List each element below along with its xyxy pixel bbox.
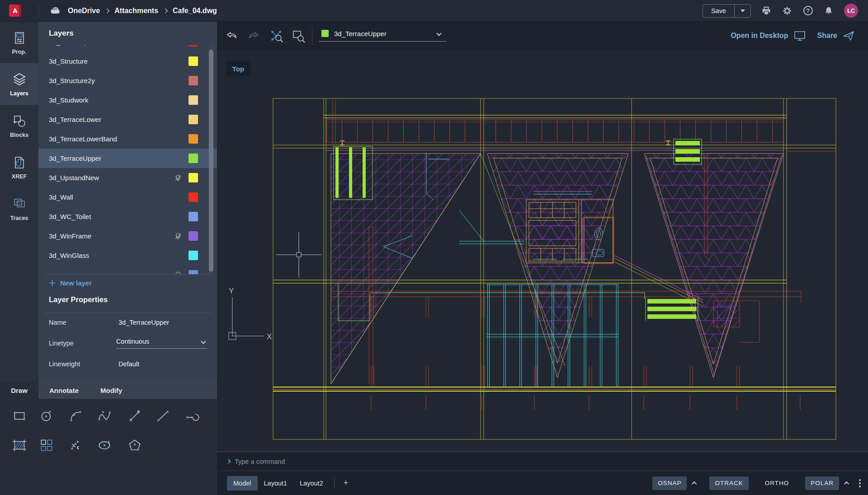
share-button[interactable]: Share: [817, 30, 854, 41]
circle-tool-button[interactable]: [38, 407, 55, 425]
layer-off-bulb-icon[interactable]: [174, 232, 182, 240]
layer-row-clipped[interactable]: [38, 265, 217, 274]
add-layout-button[interactable]: +: [339, 478, 353, 488]
layer-color-swatch[interactable]: [189, 154, 198, 163]
top-bar-actions: Save ?: [703, 4, 868, 18]
view-cube-top-button[interactable]: Top: [226, 61, 250, 76]
undo-button[interactable]: [224, 28, 240, 43]
layer-row[interactable]: 3d_Studwork: [38, 90, 217, 110]
more-options-icon[interactable]: [859, 479, 861, 487]
hatch-tool-button[interactable]: [11, 437, 28, 454]
layer-row-clipped[interactable]: 3d_StairStrip: [38, 45, 217, 51]
otrack-toggle[interactable]: OTRACK: [709, 476, 748, 490]
measure-tool-icon: [126, 407, 143, 425]
sidebar-item-traces[interactable]: Traces: [0, 188, 38, 229]
sidebar-item-xref[interactable]: XREF: [0, 146, 38, 188]
divider: [312, 27, 312, 45]
tab-annotate[interactable]: Annotate: [38, 382, 90, 399]
breadcrumb-chevron-icon: [163, 8, 168, 13]
layer-color-swatch[interactable]: [189, 56, 198, 66]
bell-icon: [824, 6, 834, 16]
sidebar-item-properties[interactable]: Prop.: [0, 22, 38, 63]
help-icon: ?: [803, 6, 813, 15]
osnap-toggle[interactable]: OSNAP: [652, 476, 687, 490]
layer-color-swatch[interactable]: [189, 45, 198, 47]
save-button[interactable]: Save: [703, 5, 734, 17]
multiple-points-tool-button[interactable]: [67, 437, 85, 454]
scrollbar-thumb[interactable]: [209, 50, 213, 272]
layer-color-swatch[interactable]: [189, 134, 198, 144]
property-row-lineweight: Lineweight Default: [49, 360, 207, 368]
ucs-icon: [229, 297, 264, 340]
ellipse-tool-button[interactable]: [96, 437, 113, 454]
polar-toggle[interactable]: POLAR: [805, 476, 839, 490]
layer-color-swatch[interactable]: [189, 95, 198, 105]
ortho-toggle[interactable]: ORTHO: [760, 476, 795, 490]
drawing-viewport[interactable]: Y X: [217, 50, 868, 452]
layer-color-swatch[interactable]: [189, 212, 198, 221]
linetype-select[interactable]: Continuous: [116, 338, 207, 349]
insert-block-tool-button[interactable]: [38, 437, 55, 454]
spline-tool-button[interactable]: [96, 407, 113, 425]
arc-tool-button[interactable]: [67, 407, 85, 425]
command-placeholder: Type a command: [235, 458, 285, 465]
notifications-button[interactable]: [823, 5, 834, 16]
layer-row[interactable]: 3d_WinFrame: [38, 226, 217, 246]
open-in-desktop-button[interactable]: Open in Desktop: [731, 31, 805, 41]
command-line[interactable]: Type a command: [217, 452, 868, 471]
tab-draw[interactable]: Draw: [0, 382, 38, 399]
layer-row-selected[interactable]: 3d_TerraceUpper: [38, 149, 217, 168]
tab-model[interactable]: Model: [227, 476, 258, 490]
layer-row[interactable]: 3d_Structure: [38, 51, 217, 71]
save-options-button[interactable]: [734, 5, 750, 17]
polar-flyout-icon[interactable]: [844, 481, 849, 486]
layer-color-swatch[interactable]: [189, 192, 198, 202]
tab-modify[interactable]: Modify: [90, 382, 133, 399]
polygon-tool-button[interactable]: [126, 437, 143, 454]
zoom-window-icon: [291, 28, 305, 43]
layer-row[interactable]: 3d_Structure2y: [38, 71, 217, 90]
print-button[interactable]: [761, 5, 772, 16]
line-tool-button[interactable]: [155, 407, 172, 425]
measure-tool-button[interactable]: [126, 407, 143, 425]
rectangle-tool-button[interactable]: [11, 407, 28, 425]
layer-row[interactable]: 3d_TerraceLower: [38, 110, 217, 129]
layer-color-swatch[interactable]: [189, 251, 198, 260]
arc-continue-tool-button[interactable]: [184, 407, 201, 425]
zoom-extents-icon: [269, 28, 283, 43]
tab-layout1[interactable]: Layout1: [258, 476, 294, 490]
layer-off-bulb-icon[interactable]: [174, 174, 182, 182]
layer-row[interactable]: 3d_UpstandNew: [38, 168, 217, 187]
layer-color-swatch[interactable]: [189, 231, 198, 241]
help-button[interactable]: ?: [802, 5, 813, 16]
settings-button[interactable]: [782, 5, 793, 16]
layer-row[interactable]: 3d_Wall: [38, 187, 217, 207]
redo-button[interactable]: [246, 28, 261, 43]
lineweight-value[interactable]: Default: [118, 360, 139, 368]
zoom-window-button[interactable]: [290, 28, 306, 43]
sidebar-item-layers[interactable]: Layers: [0, 63, 38, 105]
current-layer-dropdown[interactable]: 3d_TerraceUpper: [319, 30, 446, 42]
draw-tools-panel: Draw Annotate Modify: [0, 382, 217, 495]
sidebar-item-blocks[interactable]: Blocks: [0, 105, 38, 146]
tab-layout2[interactable]: Layout2: [293, 476, 330, 490]
layer-color-swatch[interactable]: [189, 173, 198, 182]
circle-tool-icon: [38, 407, 55, 425]
breadcrumb-folder[interactable]: Attachments: [114, 7, 158, 15]
layer-color-swatch[interactable]: [189, 115, 198, 124]
autocad-logo[interactable]: A: [9, 5, 21, 17]
hatch-tool-icon: [11, 437, 28, 454]
layer-color-swatch[interactable]: [189, 270, 198, 274]
breadcrumb-drive[interactable]: OneDrive: [68, 7, 100, 15]
layer-off-bulb-icon[interactable]: [174, 271, 182, 275]
new-layer-button[interactable]: New layer: [49, 279, 92, 287]
layer-row[interactable]: 3d_WinGlass: [38, 246, 217, 265]
layer-color-swatch[interactable]: [189, 76, 198, 85]
layer-row[interactable]: 3d_WC_Toilet: [38, 207, 217, 226]
user-avatar[interactable]: LC: [844, 4, 858, 18]
osnap-flyout-icon[interactable]: [692, 481, 697, 486]
layer-row[interactable]: 3d_TerraceLowerBand: [38, 129, 217, 149]
layer-name-value[interactable]: 3d_TerraceUpper: [118, 319, 169, 326]
canvas-toolbar-right: Open in Desktop Share: [731, 30, 868, 41]
zoom-extents-button[interactable]: [269, 28, 284, 43]
